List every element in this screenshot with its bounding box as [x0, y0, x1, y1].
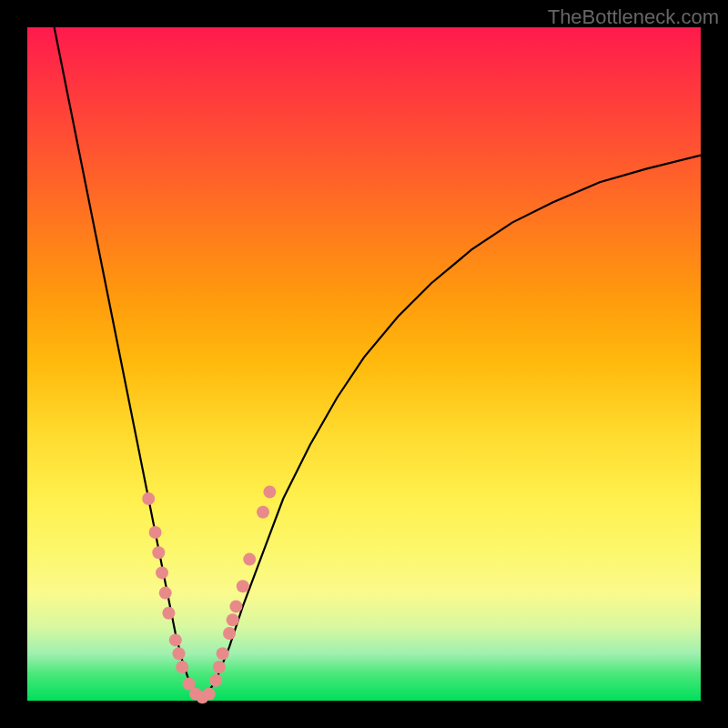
data-point: [156, 566, 168, 579]
data-point: [263, 486, 276, 499]
data-point: [176, 661, 188, 673]
data-point: [209, 674, 222, 687]
data-point: [217, 647, 229, 660]
data-point: [203, 688, 216, 701]
data-point: [257, 506, 269, 519]
data-point: [243, 553, 256, 566]
data-point-group: [142, 486, 276, 704]
data-point: [223, 627, 236, 640]
data-point: [142, 492, 155, 505]
data-point: [173, 647, 186, 660]
data-point: [152, 546, 165, 559]
data-point: [227, 613, 239, 626]
data-point: [237, 580, 249, 592]
plot-area: [27, 27, 701, 701]
watermark-text: TheBottleneck.com: [548, 5, 719, 29]
curve-left-path: [55, 27, 203, 701]
data-point: [149, 526, 162, 539]
bottleneck-curve: [27, 27, 701, 701]
data-point: [213, 661, 226, 673]
data-point: [159, 587, 172, 600]
data-point: [229, 600, 242, 612]
data-point: [169, 633, 182, 646]
chart-frame: TheBottleneck.com: [0, 0, 728, 728]
curve-right-path: [202, 156, 701, 701]
data-point: [162, 607, 175, 620]
